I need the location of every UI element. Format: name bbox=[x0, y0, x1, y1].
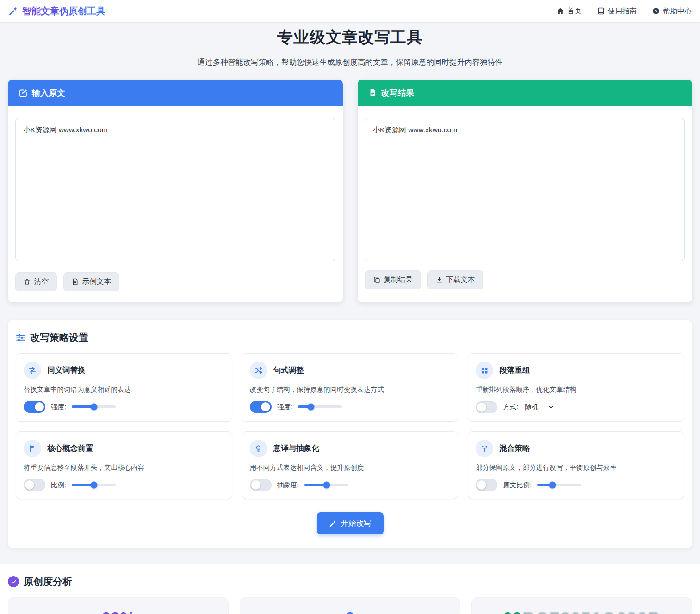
book-icon bbox=[597, 7, 605, 15]
copy-result-button[interactable]: 复制结果 bbox=[365, 270, 421, 289]
sentence-strength-slider[interactable] bbox=[298, 405, 342, 408]
nav-item-label: 首页 bbox=[567, 6, 582, 16]
stat-card-modification: 66BCF8051O686B 修改比例∴·∵·∴·∵·∴·∵ bbox=[471, 597, 692, 614]
strategy-grid: 同义词替换 替换文章中的词语为意义相近的表达 强度: 句式调整 改变句子结构，保 bbox=[16, 353, 684, 499]
strategy-description: 部分保留原文，部分进行改写，平衡原创与效率 bbox=[476, 463, 676, 472]
stat-card-word-count: 8 总字数 bbox=[240, 597, 460, 614]
analysis-section-header: 原创度分析 bbox=[8, 575, 692, 588]
paraphrase-toggle[interactable] bbox=[250, 479, 272, 491]
download-text-button[interactable]: 下载文本 bbox=[427, 270, 483, 289]
stat-card-originality: 69% 预估原创度 bbox=[8, 597, 229, 614]
editor-panels: 输入原文 小K资源网 www.xkwo.com 清空 示例文 bbox=[8, 80, 692, 302]
document-icon bbox=[369, 89, 377, 97]
result-panel-title: 改写结果 bbox=[381, 87, 415, 98]
strategy-card-sentence: 句式调整 改变句子结构，保持原意的同时变换表达方式 强度: bbox=[242, 353, 458, 422]
magic-wand-icon bbox=[8, 6, 19, 16]
input-panel: 输入原文 小K资源网 www.xkwo.com 清空 示例文 bbox=[8, 80, 343, 302]
trash-icon bbox=[24, 278, 31, 285]
strategy-description: 重新排列段落顺序，优化文章结构 bbox=[476, 385, 676, 394]
input-panel-header: 输入原文 bbox=[8, 80, 343, 106]
page-subtitle: 通过多种智能改写策略，帮助您快速生成原创度高的文章，保留原意的同时提升内容独特性 bbox=[0, 57, 700, 68]
result-panel-header: 改写结果 bbox=[358, 80, 693, 106]
strategy-section-header: 改写策略设置 bbox=[16, 331, 684, 344]
strategy-title: 同义词替换 bbox=[47, 365, 86, 375]
hero-section: 专业级文章改写工具 通过多种智能改写策略，帮助您快速生成原创度高的文章，保留原意… bbox=[0, 22, 700, 68]
input-panel-title: 输入原文 bbox=[32, 87, 65, 98]
abstraction-slider[interactable] bbox=[304, 484, 348, 486]
synonym-toggle[interactable] bbox=[24, 401, 45, 413]
sliders-icon bbox=[16, 333, 25, 343]
shuffle-icon bbox=[250, 362, 267, 379]
modification-value-row: 66BCF8051O686B bbox=[477, 609, 687, 614]
grid-icon bbox=[476, 362, 493, 379]
stats-row: 69% 预估原创度 8 总字数 66BCF8051O686B 修改比例∴·∵·∴… bbox=[8, 597, 692, 614]
rewrite-result-output[interactable]: 小K资源网 www.xkwo.com bbox=[365, 118, 685, 261]
strategy-card-paragraph: 段落重组 重新排列段落顺序，优化文章结构 方式: 随机 bbox=[468, 353, 684, 422]
core-concept-ratio-slider[interactable] bbox=[72, 484, 116, 486]
svg-text:?: ? bbox=[655, 9, 657, 13]
nav-item-guide[interactable]: 使用指南 bbox=[597, 6, 637, 16]
nav-links: 首页 使用指南 ? 帮助中心 bbox=[557, 6, 692, 16]
nav-item-home[interactable]: 首页 bbox=[557, 6, 582, 16]
strategy-card-paraphrase: 意译与抽象化 用不同方式表达相同含义，提升原创度 抽象度: bbox=[242, 431, 458, 499]
strategy-card-hybrid: 混合策略 部分保留原文，部分进行改写，平衡原创与效率 原文比例: bbox=[468, 431, 684, 499]
top-navbar: 智能文章伪原创工具 首页 使用指南 ? 帮助中心 bbox=[0, 0, 700, 22]
nav-item-help[interactable]: ? 帮助中心 bbox=[652, 6, 692, 16]
word-count-value: 8 bbox=[245, 609, 455, 614]
strategy-section-title: 改写策略设置 bbox=[30, 331, 88, 344]
magic-wand-icon bbox=[329, 520, 337, 528]
originality-value: 69% bbox=[13, 609, 223, 614]
clear-button-label: 清空 bbox=[34, 277, 49, 287]
strategy-title: 核心概念前置 bbox=[47, 443, 93, 454]
strategy-title: 段落重组 bbox=[499, 365, 530, 375]
strategy-control-label: 强度: bbox=[51, 403, 66, 411]
start-rewrite-label: 开始改写 bbox=[341, 518, 372, 528]
reorder-mode-select[interactable]: 随机 bbox=[524, 401, 555, 413]
check-circle-icon bbox=[8, 576, 19, 587]
paragraph-toggle[interactable] bbox=[476, 401, 497, 413]
source-text-input[interactable]: 小K资源网 www.xkwo.com bbox=[15, 118, 335, 261]
branch-icon bbox=[476, 440, 493, 457]
page-title: 专业级文章改写工具 bbox=[0, 27, 700, 48]
file-text-icon bbox=[72, 278, 79, 285]
input-buttons: 清空 示例文本 bbox=[15, 272, 335, 291]
result-panel-body: 小K资源网 www.xkwo.com 复制结果 下载文本 bbox=[358, 106, 693, 301]
download-icon bbox=[436, 276, 443, 283]
input-panel-body: 小K资源网 www.xkwo.com 清空 示例文本 bbox=[8, 106, 343, 302]
swap-arrows-icon bbox=[24, 362, 41, 379]
edit-icon bbox=[19, 89, 27, 97]
clear-button[interactable]: 清空 bbox=[15, 272, 57, 291]
chevron-down-icon bbox=[548, 405, 554, 410]
strategy-title: 意译与抽象化 bbox=[273, 443, 319, 454]
originality-analysis-section: 原创度分析 69% 预估原创度 8 总字数 66BCF8051O686B 修改比… bbox=[0, 564, 700, 614]
app-logo[interactable]: 智能文章伪原创工具 bbox=[8, 5, 105, 18]
hybrid-toggle[interactable] bbox=[476, 479, 497, 491]
reorder-mode-value: 随机 bbox=[525, 403, 538, 411]
strategy-description: 将重要信息移至段落开头，突出核心内容 bbox=[24, 463, 224, 472]
start-rewrite-button[interactable]: 开始改写 bbox=[317, 512, 384, 534]
help-circle-icon: ? bbox=[652, 7, 660, 15]
sample-text-button-label: 示例文本 bbox=[82, 277, 111, 287]
strategy-control-label: 方式: bbox=[503, 403, 518, 411]
strategy-description: 替换文章中的词语为意义相近的表达 bbox=[24, 385, 224, 394]
home-icon bbox=[557, 7, 564, 15]
strategy-description: 用不同方式表达相同含义，提升原创度 bbox=[250, 463, 451, 472]
result-panel: 改写结果 小K资源网 www.xkwo.com 复制结果 下 bbox=[358, 80, 693, 302]
lightbulb-icon bbox=[250, 440, 267, 457]
core-concept-toggle[interactable] bbox=[24, 479, 45, 491]
main-content: 输入原文 小K资源网 www.xkwo.com 清空 示例文 bbox=[0, 80, 700, 548]
app-title: 智能文章伪原创工具 bbox=[22, 5, 105, 18]
synonym-strength-slider[interactable] bbox=[72, 405, 116, 408]
copy-result-label: 复制结果 bbox=[384, 275, 413, 285]
sentence-toggle[interactable] bbox=[250, 401, 272, 413]
modification-value: 66 bbox=[502, 609, 521, 614]
strategy-title: 句式调整 bbox=[273, 365, 304, 375]
cta-row: 开始改写 bbox=[16, 512, 684, 534]
strategy-description: 改变句子结构，保持原意的同时变换表达方式 bbox=[250, 385, 451, 394]
strategy-control-label: 比例: bbox=[51, 481, 66, 490]
strategy-control-label: 原文比例: bbox=[503, 481, 532, 490]
strategy-title: 混合策略 bbox=[499, 443, 530, 454]
watermark-text: BCF8051O686B bbox=[521, 609, 661, 614]
original-ratio-slider[interactable] bbox=[537, 484, 581, 486]
sample-text-button[interactable]: 示例文本 bbox=[63, 272, 119, 291]
